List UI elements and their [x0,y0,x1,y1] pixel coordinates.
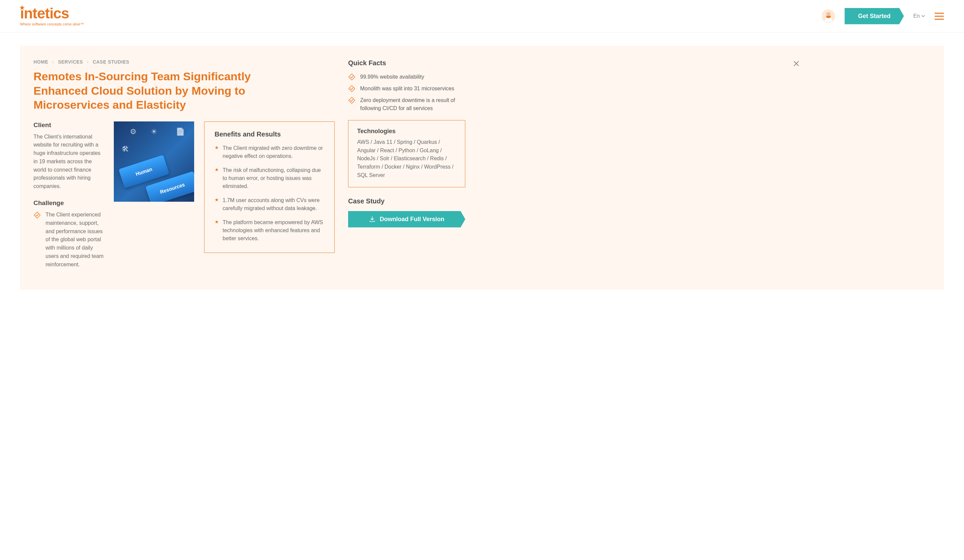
benefits-item-text: The platform became empowered by AWS tec… [223,219,323,241]
benefits-item-text: The risk of malfunctioning, collapsing d… [223,167,321,189]
technologies-box: Technologies AWS / Java 11 / Spring / Qu… [348,120,465,187]
menu-button[interactable] [935,13,944,20]
technologies-heading: Technologies [357,128,456,135]
content-grid: Client The Client's international websit… [34,122,335,273]
case-study-heading: Case Study [348,197,465,205]
quick-facts-list: 99.99% website availability Monolith was… [348,73,465,112]
star-icon: ★ [20,5,24,11]
get-started-label: Get Started [858,13,891,19]
benefits-item: 1.7M user accounts along with CVs were c… [215,196,324,213]
diamond-check-icon [34,211,41,219]
download-label: Download Full Version [379,216,444,223]
benefits-item-text: 1.7M user accounts along with CVs were c… [223,197,320,211]
logo[interactable]: ★ intetics Where software concepts come … [20,6,84,26]
breadcrumb-item[interactable]: HOME [34,59,48,65]
tools-icon: 🛠 [122,145,129,154]
page-wrap: HOME ‹ SERVICES ‹ CASE STUDIES Remotes I… [0,32,964,303]
doc-icon: 📄 [176,127,185,136]
client-heading: Client [34,122,104,129]
quick-fact-item: 99.99% website availability [348,73,465,81]
hamburger-bar [935,19,944,20]
main-column: HOME ‹ SERVICES ‹ CASE STUDIES Remotes I… [34,59,335,273]
sidebar: Quick Facts 99.99% website availability … [348,59,465,273]
quick-fact-item: Monolith was split into 31 microservices [348,84,465,93]
challenge-item-text: The Client experienced maintenance, supp… [46,212,103,267]
benefits-item-text: The Client migrated with zero downtime o… [223,145,323,159]
logo-tagline: Where software concepts come alive™ [20,22,84,26]
key-label: Human [135,166,153,177]
page-title: Remotes In-Sourcing Team Significantly E… [34,69,295,112]
hero-image: ⚙ ☀ 📄 🛠 📍 Human Resources [114,122,194,202]
quick-fact-text: Zero deployment downtime is a result of … [360,97,455,111]
benefits-column: Benefits and Results The Client migrated… [204,122,335,253]
close-button[interactable] [793,60,800,67]
diamond-check-icon [348,85,355,93]
avatar[interactable] [822,10,835,23]
key-label: Resources [159,182,186,195]
quick-fact-text: Monolith was split into 31 microservices [360,86,454,91]
diamond-check-icon [348,73,355,81]
image-column: ⚙ ☀ 📄 🛠 📍 Human Resources [114,122,194,202]
benefits-heading: Benefits and Results [215,130,324,138]
site-header: ★ intetics Where software concepts come … [0,0,964,32]
quick-facts-heading: Quick Facts [348,59,465,67]
breadcrumb: HOME ‹ SERVICES ‹ CASE STUDIES [34,59,335,65]
technologies-body: AWS / Java 11 / Spring / Quarkus / Angul… [357,138,456,180]
left-text-column: Client The Client's international websit… [34,122,104,273]
language-label: En [913,13,920,19]
benefits-box: Benefits and Results The Client migrated… [204,122,335,253]
quick-fact-item: Zero deployment downtime is a result of … [348,96,465,112]
benefits-list: The Client migrated with zero downtime o… [215,144,324,242]
benefits-item: The Client migrated with zero downtime o… [215,144,324,160]
chevron-down-icon [921,14,925,18]
get-started-button[interactable]: Get Started [845,8,904,24]
challenge-list: The Client experienced maintenance, supp… [34,211,104,269]
language-switch[interactable]: En [913,13,925,19]
breadcrumb-item[interactable]: CASE STUDIES [93,59,129,65]
client-body: The Client's international website for r… [34,133,104,191]
challenge-item: The Client experienced maintenance, supp… [34,211,104,269]
avatar-icon [823,10,834,22]
download-icon [369,216,376,222]
logo-text: ★ intetics [20,6,84,21]
chevron-left-icon: ‹ [87,59,89,65]
svg-point-2 [829,13,830,15]
close-icon [793,60,800,67]
case-study-card: HOME ‹ SERVICES ‹ CASE STUDIES Remotes I… [20,46,944,290]
logo-word-text: intetics [20,5,69,21]
benefits-item: The risk of malfunctioning, collapsing d… [215,166,324,190]
challenge-heading: Challenge [34,200,104,207]
benefits-item: The platform became empowered by AWS tec… [215,218,324,242]
chevron-left-icon: ‹ [52,59,54,65]
breadcrumb-item[interactable]: SERVICES [58,59,83,65]
header-right: Get Started En [822,8,944,24]
diamond-check-icon [348,97,355,104]
quick-fact-text: 99.99% website availability [360,74,424,80]
download-button[interactable]: Download Full Version [348,211,465,227]
svg-point-1 [827,13,829,15]
gear-icon: ⚙ [130,127,137,136]
hamburger-bar [935,16,944,17]
sun-icon: ☀ [151,127,157,136]
hamburger-bar [935,13,944,14]
